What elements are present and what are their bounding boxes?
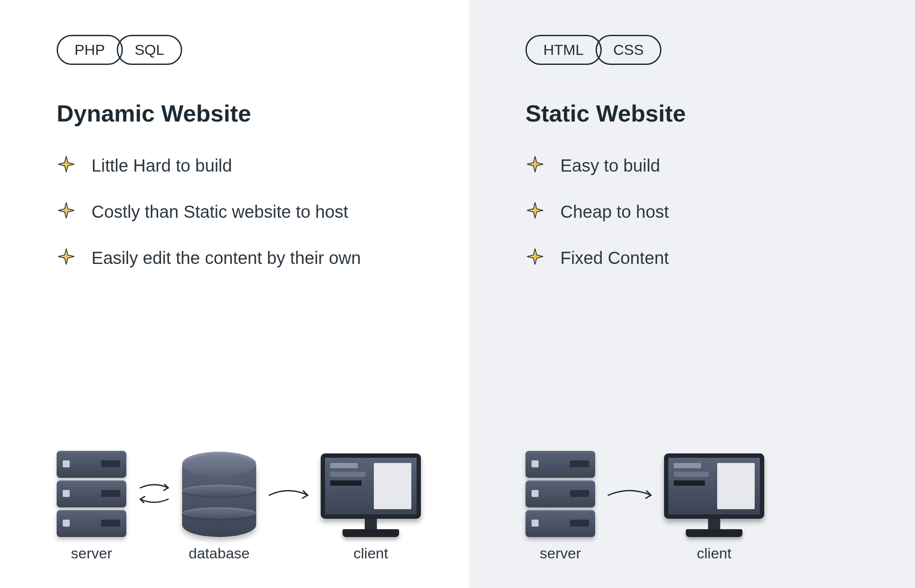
database-icon xyxy=(182,452,256,537)
bidirectional-arrow-icon xyxy=(137,478,172,535)
architecture-diagram-dynamic: server database xyxy=(57,433,421,562)
monitor-icon xyxy=(321,453,421,537)
bullet-item: Fixed Content xyxy=(525,245,867,270)
pill-html: HTML xyxy=(525,35,602,65)
bullets-dynamic: Little Hard to build Costly than Static … xyxy=(57,153,421,270)
pill-php: PHP xyxy=(57,35,123,65)
bullet-item: Cheap to host xyxy=(525,199,867,224)
client-label: client xyxy=(697,545,731,562)
sparkle-icon xyxy=(525,155,545,174)
client-node: client xyxy=(664,453,764,562)
server-icon xyxy=(57,451,126,537)
bullet-item: Little Hard to build xyxy=(57,153,421,178)
sparkle-icon xyxy=(57,247,76,266)
server-label: server xyxy=(540,545,581,562)
dynamic-website-panel: PHP SQL Dynamic Website Little Hard to b… xyxy=(0,0,469,588)
heading-static: Static Website xyxy=(525,100,867,127)
bullet-text: Cheap to host xyxy=(560,199,669,224)
client-label: client xyxy=(353,545,388,562)
bullet-text: Costly than Static website to host xyxy=(92,199,348,224)
bullet-text: Easy to build xyxy=(560,153,660,178)
architecture-diagram-static: server client xyxy=(525,433,867,562)
bullet-text: Easily edit the content by their own xyxy=(92,245,361,270)
tech-pills-static: HTML CSS xyxy=(525,35,867,65)
sparkle-icon xyxy=(57,201,76,220)
arrow-right-icon xyxy=(267,485,310,528)
static-website-panel: HTML CSS Static Website Easy to build Ch… xyxy=(469,0,915,588)
heading-dynamic: Dynamic Website xyxy=(57,100,421,127)
database-label: database xyxy=(189,545,250,562)
server-node: server xyxy=(57,451,126,562)
arrow-right-icon xyxy=(606,485,654,528)
sparkle-icon xyxy=(525,247,545,266)
server-label: server xyxy=(71,545,112,562)
bullets-static: Easy to build Cheap to host Fixed Conten… xyxy=(525,153,867,270)
tech-pills-dynamic: PHP SQL xyxy=(57,35,421,65)
pill-sql: SQL xyxy=(117,35,182,65)
client-node: client xyxy=(321,453,421,562)
sparkle-icon xyxy=(57,155,76,174)
server-node: server xyxy=(525,451,595,562)
sparkle-icon xyxy=(525,201,545,220)
monitor-icon xyxy=(664,453,764,537)
bullet-text: Little Hard to build xyxy=(92,153,232,178)
bullet-item: Easily edit the content by their own xyxy=(57,245,421,270)
server-icon xyxy=(525,451,595,537)
bullet-item: Easy to build xyxy=(525,153,867,178)
bullet-item: Costly than Static website to host xyxy=(57,199,421,224)
database-node: database xyxy=(182,452,256,562)
bullet-text: Fixed Content xyxy=(560,245,669,270)
pill-css: CSS xyxy=(596,35,662,65)
